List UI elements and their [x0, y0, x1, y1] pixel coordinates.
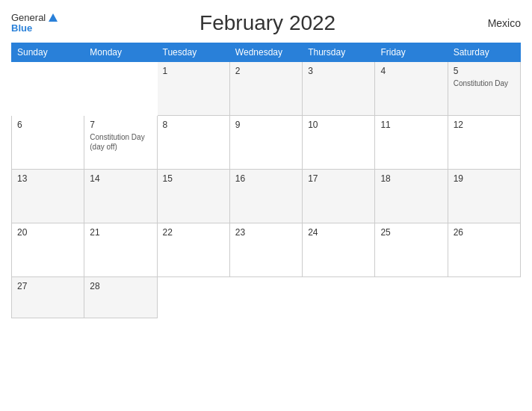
- table-row: 21: [84, 223, 157, 277]
- day-number: 27: [17, 281, 78, 291]
- event-label: Constitution Day: [454, 78, 515, 88]
- day-number: 7: [90, 120, 151, 130]
- table-row: 12: [448, 116, 520, 170]
- svg-marker-0: [49, 13, 58, 22]
- table-row: 11: [375, 116, 448, 170]
- day-number: 8: [163, 120, 224, 130]
- table-row: 8: [157, 116, 229, 170]
- day-number: 9: [235, 120, 297, 130]
- calendar-header-row: Sunday Monday Tuesday Wednesday Thursday…: [12, 43, 521, 62]
- table-row: [448, 277, 520, 318]
- day-number: 22: [163, 227, 224, 238]
- logo-blue-text: Blue: [11, 22, 32, 34]
- day-number: 16: [235, 173, 297, 184]
- country-label: Mexico: [476, 17, 521, 29]
- table-row: 1: [157, 62, 229, 116]
- day-number: 24: [308, 227, 369, 238]
- calendar-week-row: 2728: [12, 277, 521, 318]
- table-row: 13: [12, 170, 84, 223]
- day-number: 19: [454, 173, 515, 184]
- event-label: Constitution Day (day off): [90, 132, 151, 152]
- table-row: 5Constitution Day: [448, 62, 520, 116]
- table-row: [84, 62, 157, 116]
- col-thursday: Thursday: [303, 43, 375, 62]
- logo: General Blue: [11, 12, 59, 34]
- calendar-header: General Blue February 2022 Mexico: [11, 11, 521, 35]
- day-number: 28: [90, 281, 151, 291]
- table-row: 25: [375, 223, 448, 277]
- day-number: 23: [235, 227, 297, 238]
- calendar-container: General Blue February 2022 Mexico Sunday…: [0, 0, 532, 411]
- table-row: 9: [229, 116, 302, 170]
- col-saturday: Saturday: [448, 43, 520, 62]
- table-row: [157, 277, 229, 318]
- col-sunday: Sunday: [12, 43, 84, 62]
- calendar-week-row: 12345Constitution Day: [12, 62, 521, 116]
- day-number: 13: [17, 173, 78, 184]
- table-row: 15: [157, 170, 229, 223]
- col-monday: Monday: [84, 43, 157, 62]
- col-friday: Friday: [375, 43, 448, 62]
- day-number: 26: [454, 227, 515, 238]
- logo-icon: [47, 12, 59, 24]
- table-row: 22: [157, 223, 229, 277]
- day-number: 14: [90, 173, 151, 184]
- table-row: [12, 62, 84, 116]
- table-row: 16: [229, 170, 302, 223]
- day-number: 2: [235, 66, 297, 76]
- table-row: 4: [375, 62, 448, 116]
- day-number: 21: [90, 227, 151, 238]
- day-number: 20: [17, 227, 78, 238]
- day-number: 6: [17, 120, 78, 130]
- table-row: [229, 277, 302, 318]
- table-row: 7Constitution Day (day off): [84, 116, 157, 170]
- day-number: 5: [454, 66, 515, 76]
- table-row: 17: [303, 170, 375, 223]
- day-number: 25: [380, 227, 442, 238]
- day-number: 12: [454, 120, 515, 130]
- calendar-title: February 2022: [59, 11, 476, 35]
- calendar-week-row: 13141516171819: [12, 170, 521, 223]
- day-number: 10: [308, 120, 369, 130]
- table-row: 6: [12, 116, 84, 170]
- table-row: 28: [84, 277, 157, 318]
- table-row: [375, 277, 448, 318]
- day-number: 4: [380, 66, 442, 76]
- table-row: 14: [84, 170, 157, 223]
- calendar-week-row: 67Constitution Day (day off)89101112: [12, 116, 521, 170]
- table-row: 3: [303, 62, 375, 116]
- day-number: 17: [308, 173, 369, 184]
- table-row: 2: [229, 62, 302, 116]
- table-row: 19: [448, 170, 520, 223]
- table-row: 10: [303, 116, 375, 170]
- day-number: 18: [380, 173, 442, 184]
- table-row: 23: [229, 223, 302, 277]
- calendar-week-row: 20212223242526: [12, 223, 521, 277]
- table-row: 20: [12, 223, 84, 277]
- col-wednesday: Wednesday: [229, 43, 302, 62]
- col-tuesday: Tuesday: [157, 43, 229, 62]
- day-number: 11: [380, 120, 442, 130]
- table-row: 24: [303, 223, 375, 277]
- table-row: 27: [12, 277, 84, 318]
- table-row: [303, 277, 375, 318]
- day-number: 3: [308, 66, 369, 76]
- table-row: 26: [448, 223, 520, 277]
- day-number: 15: [163, 173, 224, 184]
- calendar-table: Sunday Monday Tuesday Wednesday Thursday…: [11, 43, 521, 318]
- table-row: 18: [375, 170, 448, 223]
- day-number: 1: [163, 66, 224, 76]
